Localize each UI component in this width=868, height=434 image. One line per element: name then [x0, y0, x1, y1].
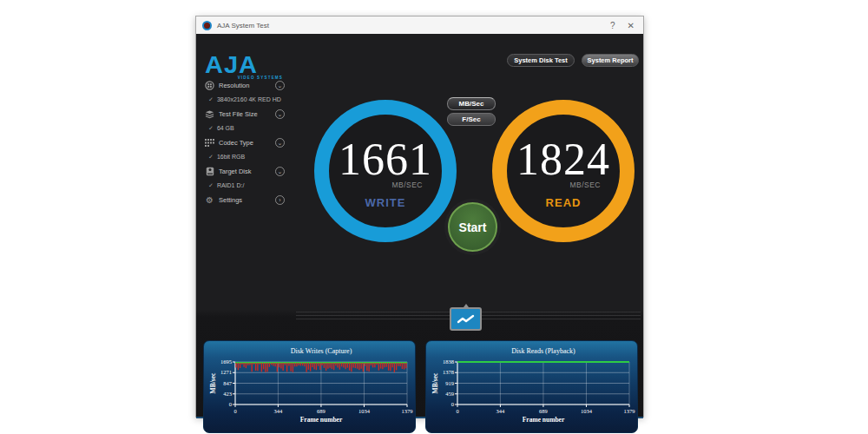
check-icon: ✓ [208, 182, 214, 189]
sidebar-item-target-disk[interactable]: Target Disk ⌄ [205, 166, 300, 177]
svg-text:919: 919 [445, 380, 454, 386]
disk-icon [205, 167, 214, 176]
svg-text:847: 847 [223, 380, 233, 386]
svg-text:1271: 1271 [220, 369, 232, 375]
gear-icon: ⚙ [205, 195, 214, 205]
sidebar-item-label: Codec Type [219, 139, 253, 147]
svg-text:Frame number: Frame number [300, 416, 343, 424]
aja-logo-text: AJA [205, 54, 283, 76]
disk-reads-chart: Disk Reads (Playback)0459919137818380344… [425, 340, 638, 433]
svg-text:344: 344 [274, 408, 284, 414]
sidebar-value-target-disk: ✓ RAID1 D:/ [208, 181, 304, 190]
start-button[interactable]: Start [448, 202, 497, 252]
svg-text:1695: 1695 [220, 358, 232, 365]
system-report-button[interactable]: System Report [582, 54, 639, 67]
sidebar-value-label: RAID1 D:/ [217, 182, 245, 188]
codec-icon [205, 138, 214, 148]
read-value: 1824 [516, 137, 610, 182]
write-unit: MB/SEC [391, 181, 423, 189]
app-icon [202, 21, 212, 30]
check-icon: ✓ [208, 96, 214, 103]
write-value: 1661 [339, 137, 432, 182]
chevron-down-icon[interactable]: ⌄ [275, 138, 285, 148]
svg-text:MB/sec: MB/sec [209, 372, 217, 393]
sidebar-item-codec-type[interactable]: Codec Type ⌄ [205, 137, 300, 148]
sidebar-item-label: Settings [219, 196, 242, 204]
system-disk-test-button[interactable]: System Disk Test [507, 54, 575, 67]
chevron-right-icon[interactable]: › [275, 195, 285, 205]
svg-text:423: 423 [223, 391, 232, 397]
svg-text:MB/sec: MB/sec [431, 372, 439, 393]
svg-text:0: 0 [456, 408, 458, 414]
svg-text:459: 459 [445, 391, 454, 397]
chevron-down-icon[interactable]: ⌄ [275, 167, 285, 176]
sidebar-value-resolution: ✓ 3840x2160 4K RED HD [208, 95, 304, 104]
sidebar-item-settings[interactable]: ⚙ Settings › [205, 194, 300, 206]
svg-text:1378: 1378 [443, 369, 454, 375]
check-icon: ✓ [208, 125, 214, 132]
chevron-down-icon[interactable]: ⌄ [275, 81, 285, 90]
chevron-down-icon[interactable]: ⌄ [275, 109, 285, 119]
svg-text:Disk Reads (Playback): Disk Reads (Playback) [511, 347, 575, 355]
svg-text:Frame number: Frame number [523, 416, 565, 424]
graph-toggle-button[interactable] [450, 307, 482, 331]
disk-writes-chart: Disk Writes (Capture)0423847127116950344… [203, 340, 416, 433]
svg-text:344: 344 [496, 408, 506, 414]
read-unit: MB/SEC [569, 181, 601, 189]
check-icon: ✓ [208, 154, 214, 161]
svg-text:1379: 1379 [402, 408, 413, 414]
svg-text:1034: 1034 [581, 408, 593, 414]
app-window: AJA System Test ? ✕ AJA VIDEO SYSTEMS Sy… [195, 16, 644, 418]
resolution-icon [205, 81, 214, 90]
write-label: WRITE [365, 196, 406, 209]
read-label: READ [546, 196, 582, 209]
sidebar-item-resolution[interactable]: Resolution ⌄ [205, 80, 300, 91]
mbsec-toggle-button[interactable]: MB/Sec [447, 97, 496, 110]
sidebar-item-label: Test File Size [219, 110, 258, 118]
main-content: AJA VIDEO SYSTEMS System Disk Test Syste… [196, 34, 643, 418]
help-button[interactable]: ? [610, 21, 615, 30]
svg-text:0: 0 [229, 401, 232, 407]
file-size-icon [205, 109, 214, 119]
svg-text:689: 689 [317, 408, 326, 414]
fsec-toggle-button[interactable]: F/Sec [447, 113, 496, 126]
sidebar-value-test-file-size: ✓ 64 GB [208, 123, 304, 133]
aja-logo: AJA VIDEO SYSTEMS [205, 53, 283, 80]
svg-text:0: 0 [233, 408, 236, 414]
svg-text:1838: 1838 [443, 358, 454, 365]
svg-text:689: 689 [539, 408, 548, 414]
title-bar: AJA System Test ? ✕ [196, 16, 643, 34]
sidebar-value-codec-type: ✓ 16bit RGB [208, 152, 304, 161]
sidebar-value-label: 64 GB [217, 125, 234, 131]
sidebar-item-label: Target Disk [219, 168, 252, 175]
sidebar-value-label: 3840x2160 4K RED HD [217, 96, 281, 102]
close-button[interactable]: ✕ [628, 21, 635, 30]
window-title: AJA System Test [217, 22, 269, 30]
sidebar-item-test-file-size[interactable]: Test File Size ⌄ [205, 108, 300, 120]
sidebar-value-label: 16bit RGB [217, 154, 245, 160]
svg-text:1379: 1379 [624, 408, 635, 414]
sidebar-item-label: Resolution [219, 82, 249, 89]
svg-text:Disk Writes (Capture): Disk Writes (Capture) [291, 347, 352, 355]
read-gauge: 1824 MB/SEC READ [492, 100, 635, 242]
svg-text:1034: 1034 [358, 408, 371, 414]
write-gauge: 1661 MB/SEC WRITE [314, 100, 457, 242]
svg-text:0: 0 [451, 401, 454, 407]
line-chart-icon [457, 313, 476, 326]
